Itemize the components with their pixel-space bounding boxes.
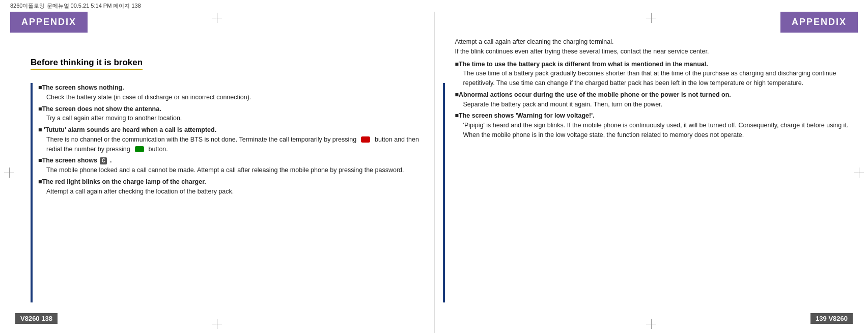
bullet-header: ■The red light blinks on the charge lamp… [38, 177, 424, 187]
bullet-sub: Check the battery state (in case of disc… [38, 93, 424, 102]
right-content-block: Attempt a call again after cleaning the … [455, 37, 858, 140]
list-item: ■The screen does not show the antenna. T… [38, 104, 424, 124]
crosshair-mid-right [854, 168, 864, 178]
bullet-sub: The mobile phone locked and a call canno… [38, 165, 424, 175]
bullet-header: ■The time to use the battery pack is dif… [455, 60, 858, 69]
bullet-sub: The use time of a battery pack gradually… [455, 69, 858, 88]
c-icon: C [100, 157, 107, 164]
intro-text: Attempt a call again after cleaning the … [455, 37, 858, 47]
bullet-header: ■The screen shows C . [38, 156, 424, 165]
list-item: ■Abnormal actions occur during the use o… [455, 90, 858, 109]
list-item: ■The screen shows nothing. Check the bat… [38, 83, 424, 102]
list-item: ■ 'Tututu' alarm sounds are heard when a… [38, 125, 424, 154]
right-content: Attempt a call again after cleaning the … [445, 37, 858, 302]
bullet-sub: 'Pipipig' is heard and the sign blinks. … [455, 121, 858, 140]
crosshair-top-left [212, 13, 222, 23]
top-bar-text: 8260이폴로잉 문메뉴얼 00.5.21 5:14 PM 페이지 138 [10, 3, 141, 9]
list-item: ■The screen shows 'Warning for low volta… [455, 111, 858, 140]
bullet-sub: Attempt a call again after checking the … [38, 187, 424, 197]
crosshair-bottom-right [646, 319, 656, 329]
pages-container: APPENDIX Before thinking it is broken ■T… [0, 12, 868, 333]
list-item: ■The time to use the battery pack is dif… [455, 60, 858, 88]
right-page: APPENDIX Attempt a call again after clea… [435, 12, 869, 333]
bullet-header: ■The screen shows nothing. [38, 83, 424, 93]
appendix-banner-left: APPENDIX [10, 12, 88, 33]
list-item: ■The red light blinks on the charge lamp… [38, 177, 424, 197]
bullet-header: ■The screen shows 'Warning for low volta… [455, 111, 858, 121]
green-button-icon [135, 146, 144, 152]
crosshair-top-right [646, 13, 656, 23]
section-title: Before thinking it is broken [31, 58, 143, 70]
crosshair-mid-left [4, 168, 14, 178]
left-content: ■The screen shows nothing. Check the bat… [38, 83, 424, 302]
list-item: ■The screen shows C . The mobile phone l… [38, 156, 424, 175]
bullet-sub: There is no channel or the communication… [38, 135, 424, 154]
list-item: Attempt a call again after cleaning the … [455, 37, 858, 57]
intro-text2: If the blink continues even after trying… [455, 47, 858, 57]
left-page: APPENDIX Before thinking it is broken ■T… [0, 12, 434, 333]
appendix-banner-right: APPENDIX [780, 12, 858, 33]
page-number-right: 139 V8260 [810, 313, 853, 324]
bullet-header: ■ 'Tututu' alarm sounds are heard when a… [38, 125, 424, 135]
top-bar: 8260이폴로잉 문메뉴얼 00.5.21 5:14 PM 페이지 138 [0, 0, 868, 12]
page-number-left: V8260 138 [15, 313, 58, 324]
crosshair-bottom-left [212, 319, 222, 329]
bullet-sub: Separate the battery pack and mount it a… [455, 100, 858, 109]
bullet-header: ■Abnormal actions occur during the use o… [455, 90, 858, 100]
red-button-icon [361, 136, 370, 143]
bullet-sub: Try a call again after moving to another… [38, 114, 424, 123]
left-accent-bar [31, 83, 33, 302]
bullet-header: ■The screen does not show the antenna. [38, 104, 424, 114]
